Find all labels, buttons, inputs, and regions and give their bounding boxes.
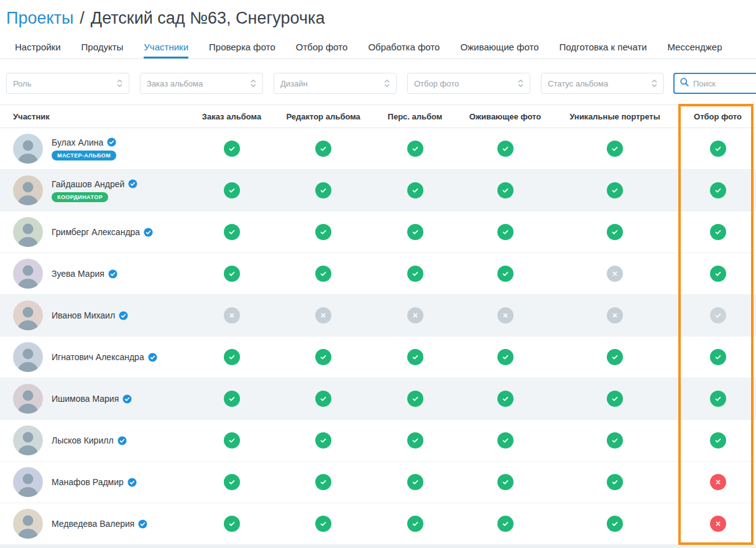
status-yes-icon <box>315 182 331 198</box>
status-yes-icon <box>497 266 514 282</box>
search-icon <box>680 77 689 90</box>
column-header-participant: Участник <box>0 112 187 121</box>
status-yes-icon <box>224 349 240 365</box>
chevron-updown-icon <box>384 78 390 88</box>
filter-design[interactable]: Дизайн <box>274 73 397 94</box>
tab-photo-processing[interactable]: Обработка фото <box>368 36 440 58</box>
participant-cell: Иванов Михаил <box>0 300 187 330</box>
table-row[interactable]: Иванов Михаил <box>0 295 756 337</box>
tab-participants[interactable]: Участники <box>144 36 188 58</box>
avatar <box>13 134 43 164</box>
breadcrumb-separator: / <box>80 9 85 27</box>
status-cell <box>370 391 460 407</box>
status-yes-icon <box>710 141 726 157</box>
tab-photo-selection[interactable]: Отбор фото <box>296 36 348 58</box>
status-yes-icon <box>407 349 423 365</box>
participant-name[interactable]: Игнатович Александра <box>52 352 157 362</box>
verified-icon <box>107 137 116 147</box>
verified-icon <box>148 353 157 362</box>
status-yes-icon <box>224 516 240 532</box>
status-yes-icon <box>315 349 331 365</box>
status-yes-icon <box>224 266 240 282</box>
participant-name[interactable]: Булах Алина <box>52 137 116 147</box>
breadcrumb-current: Детский сад №63, Снегурочка <box>91 9 325 27</box>
participant-name[interactable]: Зуева Мария <box>52 269 118 279</box>
search-input[interactable] <box>693 79 749 88</box>
participant-name[interactable]: Медведева Валерия <box>52 519 147 529</box>
status-yes-icon <box>407 432 423 448</box>
participant-name[interactable]: Гайдашов Андрей <box>52 179 137 189</box>
participant-name-text: Гайдашов Андрей <box>52 179 124 189</box>
avatar <box>13 509 43 539</box>
tab-print-preparation[interactable]: Подготовка к печати <box>560 36 647 58</box>
tab-live-photos[interactable]: Оживающие фото <box>460 36 538 58</box>
filter-album-order[interactable]: Заказ альбома <box>140 73 263 94</box>
filter-placeholder: Статус альбома <box>548 79 608 88</box>
status-cell <box>277 391 370 407</box>
status-cell <box>680 182 756 198</box>
participant-name[interactable]: Гримберг Александра <box>52 227 153 237</box>
verified-icon <box>127 478 137 487</box>
status-yes-icon <box>315 141 331 157</box>
status-cell <box>370 182 460 198</box>
filter-role[interactable]: Роль <box>6 73 129 94</box>
tab-photo-check[interactable]: Проверка фото <box>209 36 275 58</box>
status-cell <box>370 224 460 240</box>
breadcrumb-projects-link[interactable]: Проекты <box>6 9 73 27</box>
participant-name[interactable]: Лысков Кирилл <box>52 435 127 445</box>
status-yes-icon <box>497 474 514 490</box>
table-row[interactable]: Булах АлинаМАСТЕР-АЛЬБОМ <box>0 128 756 170</box>
status-yes-icon <box>607 391 623 407</box>
column-header-unique-portraits: Уникальные портреты <box>550 112 680 121</box>
participant-cell: Манафов Радмир <box>0 467 187 497</box>
status-yes-icon <box>497 182 514 198</box>
status-cell <box>550 307 680 323</box>
status-yes-icon <box>407 391 423 407</box>
table-row[interactable]: Лысков Кирилл <box>0 420 756 462</box>
status-yes-icon <box>497 516 514 532</box>
column-header-album-order: Заказ альбома <box>187 112 277 121</box>
tab-messenger[interactable]: Мессенджер <box>667 36 722 58</box>
avatar <box>13 259 43 289</box>
participant-name[interactable]: Ишимова Мария <box>52 394 132 404</box>
table-row[interactable]: Гайдашов АндрейКООРДИНАТОР <box>0 170 756 211</box>
status-yes-icon <box>710 224 726 240</box>
filter-album-status[interactable]: Статус альбома <box>541 73 664 94</box>
table-row[interactable]: Ишимова Мария <box>0 378 756 420</box>
status-cell <box>187 307 277 323</box>
status-cell <box>460 307 550 323</box>
status-yes-icon <box>710 266 726 282</box>
bottom-strip <box>0 545 756 548</box>
status-yes-icon <box>224 391 240 407</box>
table-row[interactable]: Зуева Мария <box>0 253 756 295</box>
verified-icon <box>119 311 128 320</box>
participant-cell: Ишимова Мария <box>0 384 187 414</box>
status-cell <box>187 391 277 407</box>
tab-settings[interactable]: Настройки <box>15 36 61 58</box>
status-yes-icon <box>407 182 423 198</box>
table-row[interactable]: Гримберг Александра <box>0 211 756 253</box>
status-cell <box>370 266 460 282</box>
status-yes-icon <box>497 224 514 240</box>
status-yes-icon <box>224 141 240 157</box>
participant-name[interactable]: Манафов Радмир <box>52 477 137 487</box>
verified-icon <box>108 269 118 279</box>
column-header-personal-album: Перс. альбом <box>370 112 460 121</box>
table-row[interactable]: Медведева Валерия <box>0 503 756 545</box>
status-yes-icon <box>315 391 331 407</box>
status-cell <box>680 516 756 532</box>
status-cell <box>277 182 370 198</box>
column-header-live-photo: Оживающее фото <box>460 112 550 121</box>
verified-icon <box>138 519 147 529</box>
table-row[interactable]: Манафов Радмир <box>0 462 756 503</box>
participant-name[interactable]: Иванов Михаил <box>52 310 128 320</box>
tab-products[interactable]: Продукты <box>81 36 124 58</box>
status-cell <box>187 432 277 448</box>
participant-name-text: Манафов Радмир <box>52 477 124 487</box>
participant-name-text: Булах Алина <box>52 137 103 147</box>
filter-photo-selection[interactable]: Отбор фото <box>407 73 530 94</box>
participant-cell: Лысков Кирилл <box>0 425 187 455</box>
status-no-icon <box>315 307 331 323</box>
table-row[interactable]: Игнатович Александра <box>0 337 756 378</box>
status-cell <box>187 141 277 157</box>
